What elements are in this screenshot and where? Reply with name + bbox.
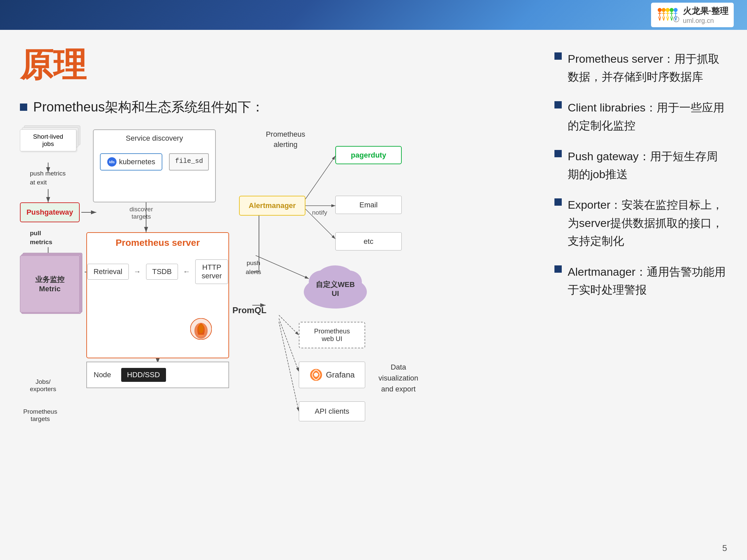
prometheus-webui-box: Prometheus web UI — [299, 322, 365, 348]
kubernetes-button: k8s kubernetes — [100, 153, 163, 170]
service-discovery-title: Service discovery — [94, 130, 215, 146]
svg-text:UI: UI — [332, 289, 339, 298]
custom-web-ui-cloud: 自定义WEB UI — [299, 256, 372, 309]
bullet-text-2: Push gateway：用于短生存周期的job推送 — [568, 147, 727, 183]
svg-line-22 — [672, 17, 673, 21]
server-components: Retrieval → TSDB ← HTTP server — [87, 256, 228, 287]
svg-text:©: © — [675, 18, 677, 21]
logo-text: 火龙果·整理 uml.org.cn — [683, 5, 728, 25]
bullet-rect-3 — [555, 198, 562, 206]
svg-point-1 — [662, 8, 666, 12]
header: © 火龙果·整理 uml.org.cn — [0, 0, 747, 30]
pull-metrics-label: pull metrics — [30, 229, 52, 246]
notify-label: notify — [312, 209, 327, 216]
svg-line-38 — [305, 156, 335, 199]
bullet-text-0: Prometheus server：用于抓取数据，并存储到时序数据库 — [568, 50, 727, 86]
client-libraries-item: Client librabries：用于一些应用的定制化监控 — [555, 99, 727, 135]
arrow-right-1: → — [134, 267, 141, 276]
grafana-box: Grafana — [299, 362, 365, 388]
prometheus-flame-icon — [190, 318, 212, 341]
bullet-rect-0 — [555, 52, 562, 60]
svg-point-2 — [666, 8, 670, 12]
bullet-rect-4 — [555, 265, 562, 273]
main-content: 原理 Prometheus架构和生态系统组件如下： — [0, 30, 747, 560]
prometheus-server-item: Prometheus server：用于抓取数据，并存储到时序数据库 — [555, 50, 727, 86]
svg-line-18 — [664, 17, 665, 21]
tsdb-box: TSDB — [146, 264, 178, 280]
retrieval-box: Retrieval — [87, 264, 129, 280]
storage-row: Node HDD/SSD — [86, 362, 229, 388]
promql-label: PromQL — [232, 305, 266, 316]
kubernetes-icon: k8s — [107, 157, 117, 166]
subtitle-bullet — [20, 104, 27, 111]
page-number: 5 — [722, 543, 727, 553]
svg-text:自定义WEB: 自定义WEB — [316, 280, 355, 289]
right-section: Prometheus server：用于抓取数据，并存储到时序数据库 Clien… — [535, 43, 727, 547]
prometheus-server-box: Prometheus server Retrieval → TSDB ← HTT… — [86, 232, 229, 358]
push-gateway-item: Push gateway：用于短生存周期的job推送 — [555, 147, 727, 183]
svg-line-16 — [660, 17, 661, 21]
push-alerts-label: push alerts — [246, 259, 261, 276]
svg-text:k8s: k8s — [109, 160, 114, 164]
svg-line-44 — [279, 322, 299, 411]
svg-point-0 — [658, 8, 662, 12]
bullet-list: Prometheus server：用于抓取数据，并存储到时序数据库 Clien… — [555, 50, 727, 299]
bullet-rect-1 — [555, 101, 562, 108]
arrow-right-2: ← — [183, 267, 190, 276]
bullet-text-4: Alertmanager：通用告警功能用于实时处理警报 — [568, 263, 727, 299]
alertmanager-item: Alertmanager：通用告警功能用于实时处理警报 — [555, 263, 727, 299]
etc-box: etc — [335, 232, 402, 250]
push-metrics-label: push metrics at exit — [30, 169, 66, 187]
logo-icon: © — [656, 7, 679, 23]
data-viz-label: Data visualization and export — [379, 362, 418, 395]
api-clients-box: API clients — [299, 401, 365, 421]
node-label: Node — [94, 371, 111, 379]
svg-line-42 — [279, 315, 299, 335]
service-discovery-box: Service discovery k8s kubernetes file_sd — [93, 129, 216, 203]
sd-buttons: k8s kubernetes file_sd — [94, 150, 215, 174]
pushgateway-box: Pushgateway — [20, 203, 80, 222]
bullet-rect-2 — [555, 150, 562, 157]
filesd-button: file_sd — [169, 153, 209, 170]
page-title: 原理 — [20, 43, 535, 88]
pagerduty-box: pagerduty — [335, 146, 402, 164]
exporter-item: Exporter：安装在监控目标上，为server提供数据抓取的接口，支持定制化 — [555, 196, 727, 250]
subtitle: Prometheus架构和生态系统组件如下： — [20, 98, 535, 116]
http-server-box: HTTP server — [195, 260, 228, 284]
bullet-text-1: Client librabries：用于一些应用的定制化监控 — [568, 99, 727, 135]
short-lived-jobs: Short-lived jobs — [20, 129, 76, 155]
svg-point-4 — [674, 8, 678, 12]
email-box: Email — [335, 196, 402, 214]
alertmanager-box: Alertmanager — [239, 196, 305, 216]
svg-line-43 — [279, 319, 299, 372]
prometheus-alerting: Prometheus alerting — [252, 129, 319, 150]
bullet-text-3: Exporter：安装在监控目标上，为server提供数据抓取的接口，支持定制化 — [568, 196, 727, 250]
architecture-diagram: Short-lived jobs push metrics at exit Pu… — [20, 129, 478, 434]
svg-line-20 — [668, 17, 669, 21]
biz-metric-stack: 业务监控 Metric — [20, 256, 80, 322]
grafana-icon — [309, 368, 323, 381]
prometheus-server-title: Prometheus server — [87, 233, 228, 253]
hdd-ssd-badge: HDD/SSD — [121, 368, 166, 382]
svg-point-3 — [670, 8, 674, 12]
left-section: 原理 Prometheus架构和生态系统组件如下： — [20, 43, 535, 547]
prometheus-targets-label: Prometheus targets — [23, 408, 57, 423]
alerting-label: Prometheus alerting — [252, 129, 319, 150]
logo-container: © 火龙果·整理 uml.org.cn — [651, 3, 734, 27]
discover-targets-label: discover targets — [129, 206, 153, 220]
jobs-exporters-label: Jobs/ exporters — [30, 378, 56, 393]
